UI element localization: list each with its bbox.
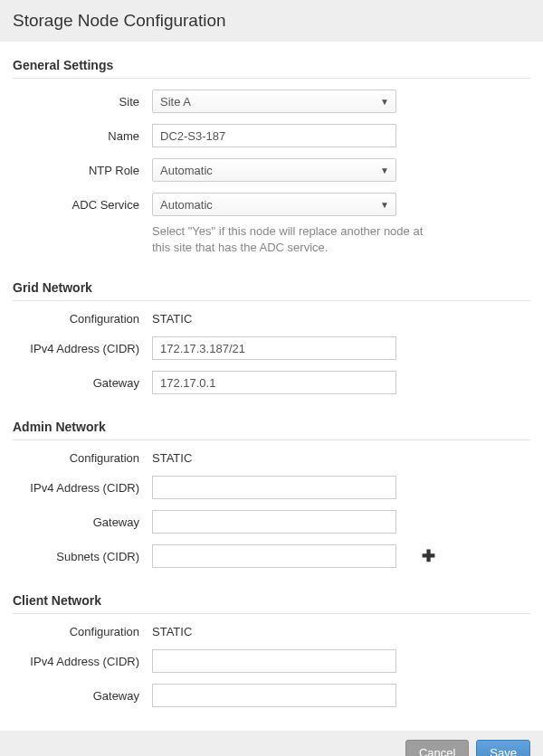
grid-gateway-input[interactable] [152, 371, 396, 394]
general-settings-section: General Settings Site Site A ▼ Name NTP … [13, 58, 530, 255]
adc-service-row: ADC Service Automatic ▼ [13, 193, 530, 216]
grid-network-title: Grid Network [13, 280, 530, 301]
admin-gateway-input[interactable] [152, 510, 396, 534]
admin-subnets-input[interactable] [152, 544, 396, 568]
adc-service-label: ADC Service [13, 198, 152, 212]
grid-config-label: Configuration [13, 312, 152, 326]
general-settings-title: General Settings [13, 58, 530, 79]
grid-config-value: STATIC [152, 312, 192, 326]
grid-gateway-label: Gateway [13, 376, 152, 390]
admin-subnets-label: Subnets (CIDR) [13, 550, 152, 563]
form-content: General Settings Site Site A ▼ Name NTP … [0, 42, 543, 731]
page-title: Storage Node Configuration [13, 11, 226, 30]
admin-network-title: Admin Network [13, 420, 530, 440]
adc-service-select[interactable]: Automatic [152, 193, 396, 216]
ntp-role-select-wrap[interactable]: Automatic ▼ [152, 158, 396, 182]
admin-config-row: Configuration STATIC [13, 451, 530, 465]
client-network-title: Client Network [13, 593, 530, 614]
page-header: Storage Node Configuration [0, 0, 543, 42]
admin-ipv4-label: IPv4 Address (CIDR) [13, 481, 152, 495]
grid-ipv4-label: IPv4 Address (CIDR) [13, 342, 152, 355]
ntp-role-select[interactable]: Automatic [152, 158, 396, 182]
admin-gateway-label: Gateway [13, 515, 152, 529]
client-ipv4-input[interactable] [152, 649, 396, 673]
admin-gateway-row: Gateway [13, 510, 530, 534]
grid-ipv4-input[interactable] [152, 336, 396, 360]
admin-network-section: Admin Network Configuration STATIC IPv4 … [13, 420, 530, 568]
admin-subnets-row: Subnets (CIDR) ✚ [13, 544, 530, 568]
client-network-section: Client Network Configuration STATIC IPv4… [13, 593, 530, 707]
save-button[interactable]: Save [476, 740, 530, 756]
client-gateway-row: Gateway [13, 684, 530, 707]
client-gateway-label: Gateway [13, 689, 152, 703]
site-select[interactable]: Site A [152, 90, 396, 113]
adc-help-text: Select "Yes" if this node will replace a… [152, 222, 424, 255]
admin-config-value: STATIC [152, 451, 192, 465]
client-config-value: STATIC [152, 625, 192, 638]
cancel-button[interactable]: Cancel [405, 740, 469, 756]
client-ipv4-row: IPv4 Address (CIDR) [13, 649, 530, 673]
admin-ipv4-input[interactable] [152, 476, 396, 499]
site-label: Site [13, 95, 152, 109]
site-row: Site Site A ▼ [13, 90, 530, 113]
admin-ipv4-row: IPv4 Address (CIDR) [13, 476, 530, 499]
grid-ipv4-row: IPv4 Address (CIDR) [13, 336, 530, 360]
client-ipv4-label: IPv4 Address (CIDR) [13, 655, 152, 668]
grid-config-row: Configuration STATIC [13, 312, 530, 326]
grid-gateway-row: Gateway [13, 371, 530, 394]
adc-help-row: Select "Yes" if this node will replace a… [13, 222, 530, 255]
admin-config-label: Configuration [13, 451, 152, 465]
client-config-label: Configuration [13, 625, 152, 638]
adc-service-select-wrap[interactable]: Automatic ▼ [152, 193, 396, 216]
add-subnet-icon[interactable]: ✚ [422, 548, 435, 564]
name-row: Name [13, 124, 530, 147]
name-label: Name [13, 129, 152, 143]
ntp-role-label: NTP Role [13, 164, 152, 177]
client-config-row: Configuration STATIC [13, 625, 530, 638]
ntp-role-row: NTP Role Automatic ▼ [13, 158, 530, 182]
client-gateway-input[interactable] [152, 684, 396, 707]
grid-network-section: Grid Network Configuration STATIC IPv4 A… [13, 280, 530, 394]
name-input[interactable] [152, 124, 396, 147]
site-select-wrap[interactable]: Site A ▼ [152, 90, 396, 113]
footer-bar: Cancel Save [0, 731, 543, 756]
